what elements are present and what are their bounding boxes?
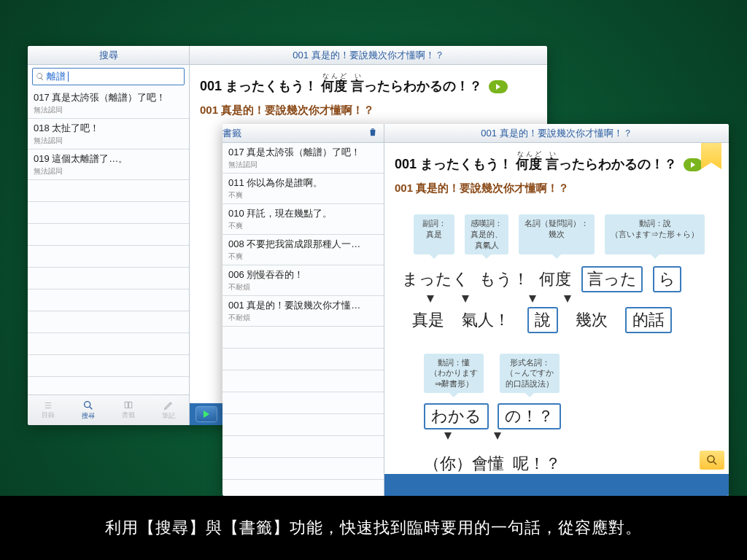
side-title: 搜尋	[28, 46, 190, 64]
list-item-empty	[28, 355, 189, 377]
list-item[interactable]: 017 真是太誇張（離譜）了吧！無法認同	[222, 143, 384, 174]
list-icon	[42, 400, 55, 411]
arrow-down-icon	[529, 295, 536, 303]
list-item[interactable]: 006 別慢吞吞的！不耐煩	[222, 265, 384, 296]
sidebar-b: 017 真是太誇張（離譜）了吧！無法認同 011 你以為你是誰啊。不爽 010 …	[222, 143, 384, 496]
main-title: 001 真是的！要說幾次你才懂啊！？	[384, 124, 729, 142]
svg-point-0	[85, 402, 90, 408]
arrow-down-icon	[494, 432, 501, 440]
tab-search[interactable]: 搜尋	[68, 395, 108, 425]
sidebar-a: 離譜 017 真是太誇張（離譜）了吧！無法認同 018 太扯了吧！無法認同 01…	[28, 65, 190, 425]
side-title: 書籤	[222, 124, 384, 142]
word-box: 說	[527, 307, 558, 333]
arrow-down-icon	[564, 295, 571, 303]
trash-icon[interactable]	[362, 127, 384, 139]
arrow-down-icon	[462, 295, 469, 303]
list-item-empty	[222, 414, 384, 436]
svg-point-1	[708, 456, 714, 462]
pencil-icon	[163, 400, 174, 411]
list-item-empty	[28, 224, 189, 246]
search-icon	[82, 400, 94, 411]
grammar-bubble: 動詞：懂（わかります⇒辭書形）	[424, 354, 484, 394]
detail-japanese: 001 まったくもう！ 何度なんど 言いったらわかるの！？	[395, 150, 719, 173]
arrow-down-icon	[427, 295, 434, 303]
grammar-diagram: 副詞：真是 感嘆詞：真是的、真氣人 名詞（疑問詞）：幾次 動詞：說（言います⇒た…	[395, 214, 719, 475]
list-item-empty	[28, 289, 189, 311]
detail-chinese: 001 真是的！要說幾次你才懂啊！？	[200, 104, 537, 117]
list-item-empty	[222, 370, 384, 392]
titlebar-b: 書籤 001 真是的！要說幾次你才懂啊！？	[222, 124, 729, 143]
word-box: わかる	[424, 403, 489, 429]
arrow-down-icon	[444, 432, 452, 440]
detail-chinese: 001 真是的！要說幾次你才懂啊！？	[395, 182, 719, 195]
list-item-empty	[28, 311, 189, 333]
player-bar	[384, 474, 729, 496]
word-box: の！？	[498, 403, 561, 429]
caption-bar: 利用【搜尋】與【書籤】功能，快速找到臨時要用的一句話，從容應對。	[0, 496, 747, 560]
detail-japanese: 001 まったくもう！ 何度なんど 言いったらわかるの！？	[200, 72, 537, 95]
list-item[interactable]: 011 你以為你是誰啊。不爽	[222, 174, 384, 204]
list-item-empty	[222, 458, 384, 480]
list-item-empty	[222, 436, 384, 458]
word-box: 言った	[581, 266, 643, 292]
grammar-bubble: 感嘆詞：真是的、真氣人	[465, 214, 508, 254]
bottom-tabbar: 目錄 搜尋 書籤 筆記	[28, 394, 189, 425]
list-item[interactable]: 001 真是的！要說幾次你才懂…不耐煩	[222, 296, 384, 327]
list-item[interactable]: 008 不要把我當成跟那種人一…不爽	[222, 235, 384, 265]
word-box: 的話	[625, 307, 672, 333]
tab-bookmark[interactable]: 書籤	[109, 395, 149, 425]
list-item-empty	[28, 180, 189, 202]
titlebar-a: 搜尋 001 真是的！要說幾次你才懂啊！？	[28, 46, 547, 65]
grammar-bubble: 動詞：說（言います⇒た形＋ら）	[605, 214, 705, 254]
grammar-bubble: 名詞（疑問詞）：幾次	[519, 214, 595, 254]
search-results-list: 017 真是太誇張（離譜）了吧！無法認同 018 太扯了吧！無法認同 019 這…	[28, 88, 189, 394]
grammar-bubble: 副詞：真是	[414, 214, 454, 254]
text-caret	[68, 71, 69, 82]
list-item[interactable]: 017 真是太誇張（離譜）了吧！無法認同	[28, 88, 189, 119]
play-audio-button[interactable]	[684, 158, 703, 171]
list-item-empty	[222, 327, 384, 349]
tab-notes[interactable]: 筆記	[149, 395, 189, 425]
list-item[interactable]: 010 拜託，現在幾點了。不爽	[222, 204, 384, 235]
word-box: ら	[653, 266, 681, 292]
list-item-empty	[28, 268, 189, 289]
window-bookmark: 書籤 001 真是的！要說幾次你才懂啊！？ 017 真是太誇張（離譜）了吧！無法…	[222, 124, 729, 496]
search-value: 離譜	[47, 70, 66, 83]
play-button[interactable]	[196, 406, 217, 422]
list-item-empty	[28, 246, 189, 268]
search-icon	[36, 72, 44, 81]
book-icon	[122, 400, 135, 411]
grammar-bubble: 形式名詞：（～んですか的口語說法）	[500, 354, 560, 394]
play-audio-button[interactable]	[489, 80, 508, 93]
list-item-empty	[28, 333, 189, 355]
list-item[interactable]: 019 這個太離譜了…。無法認同	[28, 149, 189, 180]
list-item-empty	[28, 202, 189, 224]
list-item-empty	[222, 349, 384, 370]
zoom-button[interactable]	[700, 451, 724, 470]
search-input[interactable]: 離譜	[32, 68, 185, 85]
bookmark-list: 017 真是太誇張（離譜）了吧！無法認同 011 你以為你是誰啊。不爽 010 …	[222, 143, 384, 496]
main-title: 001 真是的！要說幾次你才懂啊！？	[190, 46, 547, 64]
tab-toc[interactable]: 目錄	[28, 395, 68, 425]
detail-pane-b: 001 まったくもう！ 何度なんど 言いったらわかるの！？ 001 真是的！要說…	[384, 143, 729, 496]
list-item[interactable]: 018 太扯了吧！無法認同	[28, 119, 189, 149]
list-item-empty	[222, 392, 384, 414]
